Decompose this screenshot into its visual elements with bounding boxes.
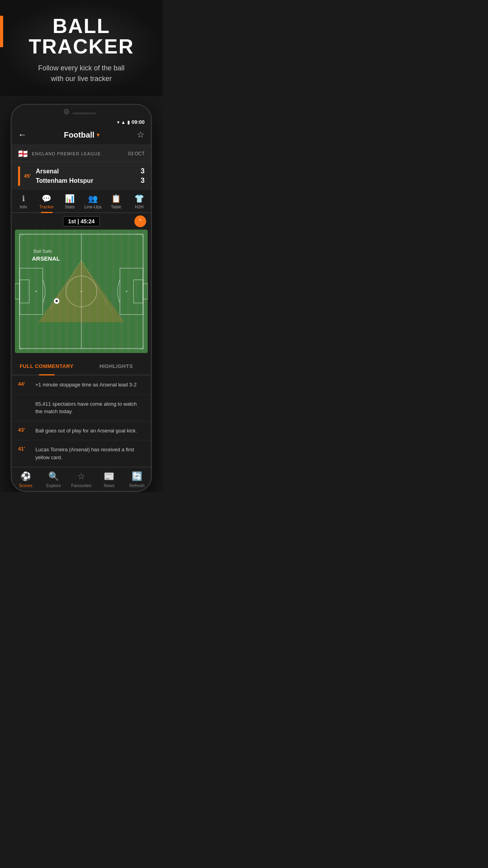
tab-info[interactable]: ℹ Info	[12, 190, 35, 212]
stats-icon: 📊	[65, 194, 75, 203]
hero-subtitle: Follow every kick of the ballwith our li…	[8, 63, 155, 84]
favourites-label: Favourites	[71, 483, 91, 488]
tab-info-label: Info	[20, 204, 27, 209]
tracker-icon: 💬	[42, 194, 51, 203]
tab-full-commentary[interactable]: FULL COMMENTARY	[12, 358, 81, 375]
phone-top	[12, 105, 151, 116]
league-info: 🏴󠁧󠁢󠁥󠁮󠁧󠁿 ENGLAND PREMIER LEAGUE	[18, 149, 101, 158]
pitch-separator: |	[77, 218, 81, 224]
commentary-item: 41' Lucas Torreira (Arsenal) has receive…	[12, 440, 151, 467]
commentary-text: Ball goes out of play for an Arsenal goa…	[35, 427, 137, 435]
signal-icon: ▲	[121, 120, 126, 125]
svg-text:ARSENAL: ARSENAL	[32, 256, 60, 262]
league-name: ENGLAND PREMIER LEAGUE	[32, 151, 101, 156]
nav-scores[interactable]: ⚽ Scores	[12, 467, 40, 491]
bottom-nav: ⚽ Scores 🔍 Explore ☆ Favourites 📰 News 🔄…	[12, 467, 151, 491]
status-icons: ▾ ▲ ▮ 09:00	[117, 119, 145, 125]
refresh-label: Refresh	[129, 483, 145, 488]
match-scores: 45' Arsenal 3 Tottenham Hotspur 3	[12, 162, 151, 190]
team1-score: 3	[141, 167, 145, 175]
tab-table[interactable]: 📋 Table	[105, 190, 128, 212]
live-indicator	[18, 166, 20, 186]
tab-stats[interactable]: 📊 Stats	[58, 190, 81, 212]
tab-tracker-label: Tracker	[39, 204, 54, 209]
tab-highlights[interactable]: HIGHLIGHTS	[81, 358, 151, 375]
team1-row: Arsenal 3	[36, 167, 145, 175]
news-icon: 📰	[104, 471, 114, 482]
nav-tabs: ℹ Info 💬 Tracker 📊 Stats 👥 Line-Ups 📋 Ta…	[12, 190, 151, 213]
status-time: 09:00	[132, 119, 145, 125]
lineups-icon: 👥	[88, 194, 98, 203]
scores-icon: ⚽	[20, 471, 31, 482]
info-icon: ℹ	[22, 194, 25, 203]
header-sport-label: Football	[64, 131, 95, 140]
tab-lineups[interactable]: 👥 Line-Ups	[81, 190, 105, 212]
pitch-time-label: 1st | 45:24	[63, 216, 100, 226]
match-date: 03 OCT	[128, 151, 145, 156]
commentary-minute: 44'	[18, 381, 30, 389]
h2h-icon: 👕	[134, 194, 144, 203]
tab-tracker[interactable]: 💬 Tracker	[35, 190, 58, 212]
header-title: Football ▾	[64, 131, 100, 140]
commentary-item: 65,411 spectators have come along to wat…	[12, 395, 151, 421]
match-card: 🏴󠁧󠁢󠁥󠁮󠁧󠁿 ENGLAND PREMIER LEAGUE 03 OCT 45…	[12, 145, 151, 190]
battery-icon: ▮	[127, 120, 130, 125]
commentary-minute: 43'	[18, 427, 30, 435]
nav-news[interactable]: 📰 News	[95, 467, 123, 491]
phone: ▾ ▲ ▮ 09:00 ← Football ▾ ☆ 🏴󠁧󠁢󠁥󠁮󠁧󠁿 ENGLA…	[11, 104, 152, 492]
explore-label: Explore	[46, 483, 61, 488]
svg-point-13	[126, 291, 127, 292]
explore-icon: 🔍	[48, 471, 59, 482]
nav-refresh[interactable]: 🔄 Refresh	[123, 467, 151, 491]
pitch-container: 1st | 45:24 ⌃	[12, 213, 151, 358]
tab-h2h[interactable]: 👕 H2H	[128, 190, 151, 212]
expand-button[interactable]: ⌃	[134, 215, 146, 227]
commentary-list: 44' +1 minute stoppage time as Arsenal l…	[12, 375, 151, 467]
commentary-item: 43' Ball goes out of play for an Arsenal…	[12, 421, 151, 441]
commentary-text: 65,411 spectators have come along to wat…	[35, 400, 145, 416]
match-league-row: 🏴󠁧󠁢󠁥󠁮󠁧󠁿 ENGLAND PREMIER LEAGUE 03 OCT	[12, 145, 151, 162]
back-button[interactable]: ←	[18, 130, 27, 140]
team2-name: Tottenham Hotspur	[36, 177, 93, 184]
app-header: ← Football ▾ ☆	[12, 127, 151, 145]
news-label: News	[104, 483, 115, 488]
commentary-item: 44' +1 minute stoppage time as Arsenal l…	[12, 375, 151, 395]
wifi-icon: ▾	[117, 120, 119, 125]
dropdown-icon[interactable]: ▾	[97, 132, 99, 138]
hero-title: BALL TRACKER	[8, 16, 155, 57]
commentary-tabs: FULL COMMENTARY HIGHLIGHTS	[12, 358, 151, 375]
teams: Arsenal 3 Tottenham Hotspur 3	[36, 166, 145, 186]
phone-mockup: ▾ ▲ ▮ 09:00 ← Football ▾ ☆ 🏴󠁧󠁢󠁥󠁮󠁧󠁿 ENGLA…	[0, 96, 163, 492]
match-minute: 45'	[24, 173, 36, 179]
pitch-svg: Ball Safe ARSENAL	[15, 230, 148, 353]
tab-lineups-label: Line-Ups	[84, 204, 101, 209]
table-icon: 📋	[111, 194, 121, 203]
status-bar: ▾ ▲ ▮ 09:00	[12, 116, 151, 127]
team2-score: 3	[141, 177, 145, 185]
team1-name: Arsenal	[36, 168, 59, 175]
tab-stats-label: Stats	[65, 204, 75, 209]
country-flag: 🏴󠁧󠁢󠁥󠁮󠁧󠁿	[18, 149, 28, 158]
pitch-period: 1st	[68, 218, 76, 224]
nav-explore[interactable]: 🔍 Explore	[40, 467, 68, 491]
tab-h2h-label: H2H	[135, 204, 143, 209]
pitch-time-bar: 1st | 45:24 ⌃	[12, 213, 151, 230]
refresh-icon: 🔄	[132, 471, 142, 482]
nav-favourites[interactable]: ☆ Favourites	[68, 467, 95, 491]
speaker	[72, 112, 96, 114]
svg-point-9	[35, 291, 37, 292]
svg-text:Ball Safe: Ball Safe	[33, 248, 52, 254]
favourite-button[interactable]: ☆	[137, 130, 145, 140]
svg-point-19	[55, 300, 58, 302]
front-camera	[64, 109, 69, 114]
commentary-text: +1 minute stoppage time as Arsenal lead …	[35, 381, 137, 389]
commentary-minute	[18, 400, 30, 416]
team2-row: Tottenham Hotspur 3	[36, 177, 145, 185]
pitch-wrapper: Ball Safe ARSENAL	[12, 230, 151, 358]
tab-table-label: Table	[111, 204, 121, 209]
commentary-minute: 41'	[18, 446, 30, 461]
favourites-icon: ☆	[77, 471, 85, 482]
commentary-section: FULL COMMENTARY HIGHLIGHTS 44' +1 minute…	[12, 358, 151, 467]
hero-accent	[0, 16, 3, 47]
scores-label: Scores	[19, 483, 32, 488]
